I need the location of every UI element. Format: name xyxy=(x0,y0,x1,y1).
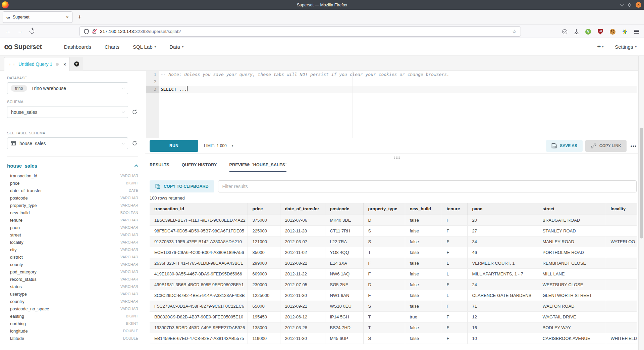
tab-query-history[interactable]: QUERY HISTORY xyxy=(182,163,217,172)
tab-close-icon[interactable]: × xyxy=(66,14,69,20)
column-header-locality[interactable]: locality xyxy=(606,203,637,215)
unsaved-dot-icon xyxy=(56,63,59,66)
superset-logo[interactable]: ∞ Superset xyxy=(4,40,42,53)
tab-preview-house-sales[interactable]: PREVIEW: `HOUSE_SALES` xyxy=(229,163,287,172)
bookmark-star-icon[interactable]: ☆ xyxy=(512,29,517,35)
table-cell: 499B1981-3B6B-4BCD-808F-9FED9802BFA1 xyxy=(150,279,248,290)
table-cell: 193907D3-5DBD-453D-A49E-9FEE27DAB926 xyxy=(150,322,248,333)
tab-results[interactable]: RESULTS xyxy=(150,163,169,172)
schema-column-row: statusVARCHAR xyxy=(7,283,138,290)
line-number: 2 xyxy=(146,78,159,86)
back-icon[interactable]: ← xyxy=(5,28,11,34)
schema-select[interactable]: house_sales xyxy=(7,106,128,118)
column-type: VARCHAR xyxy=(120,255,138,259)
window-maximize-icon[interactable] xyxy=(628,3,631,7)
copy-icon xyxy=(155,184,160,189)
url-text[interactable]: 217.160.120.143:32393/superset/sqllab/ xyxy=(100,29,181,34)
table-row: 1B5C39ED-BE7F-41EF-9E71-9C60EED74A223750… xyxy=(150,215,637,225)
new-tab-button[interactable]: + xyxy=(78,13,82,21)
collapse-chevron-icon[interactable] xyxy=(135,164,138,168)
new-item-button[interactable]: +▾ xyxy=(597,43,603,50)
column-type: BIGINT xyxy=(126,181,138,185)
extension-asterisk-icon[interactable] xyxy=(622,29,628,34)
limit-dropdown[interactable]: LIMIT: 1 000 ▾ xyxy=(204,143,233,148)
table-cell: 10 xyxy=(467,333,538,344)
page-scrollbar[interactable] xyxy=(638,56,644,350)
table-cell: BB8320C9-D82B-4B37-90E0-9FEE05095E10 xyxy=(150,311,248,322)
table-row: 419E1030-9A55-4467-8DA9-9FED95D659666090… xyxy=(150,268,637,279)
reload-icon[interactable] xyxy=(29,28,35,35)
database-select[interactable]: trino Trino warehouse xyxy=(7,82,128,94)
sql-editor[interactable]: 1 2 3 -- Note: Unless you save your quer… xyxy=(145,71,637,138)
table-cell: 230000 xyxy=(248,279,280,290)
column-header-date_of_transfer[interactable]: date_of_transfer xyxy=(280,203,325,215)
refresh-table-icon[interactable] xyxy=(132,140,138,146)
downloads-icon[interactable] xyxy=(574,29,579,34)
save-as-button[interactable]: SAVE AS xyxy=(546,140,582,152)
table-cell: NW1 6AN xyxy=(325,290,363,301)
drag-handle-icon[interactable]: ⋮⋮ xyxy=(8,62,16,67)
column-header-tenure[interactable]: tenure xyxy=(442,203,467,215)
query-tab-close-icon[interactable]: × xyxy=(63,62,66,67)
column-header-postcode[interactable]: postcode xyxy=(325,203,363,215)
divider xyxy=(7,125,138,125)
editor-code[interactable]: -- Note: Unless you save your query, the… xyxy=(159,71,637,138)
ublock-icon[interactable]: uO xyxy=(598,29,603,35)
settings-menu[interactable]: Settings▾ xyxy=(615,44,637,50)
query-tab-active[interactable]: ⋮⋮ Untitled Query 1 × xyxy=(4,57,70,71)
forward-icon[interactable]: → xyxy=(17,28,23,34)
tracking-shield-icon[interactable] xyxy=(84,29,89,34)
nav-item-sql-lab[interactable]: SQL Lab▾ xyxy=(133,44,156,50)
table-cell: F xyxy=(442,225,467,236)
url-bar[interactable]: 217.160.120.143:32393/superset/sqllab/ ☆ xyxy=(79,26,521,37)
copy-link-button[interactable]: COPY LINK xyxy=(585,140,627,152)
copy-to-clipboard-button[interactable]: COPY TO CLIPBOARD xyxy=(150,180,214,192)
menu-hamburger-icon[interactable] xyxy=(634,30,639,34)
column-header-paon[interactable]: paon xyxy=(467,203,538,215)
window-minimize-icon[interactable] xyxy=(620,2,624,6)
add-query-tab-button[interactable]: + xyxy=(70,57,83,71)
insecure-lock-icon[interactable] xyxy=(92,29,97,34)
more-options-icon[interactable]: ••• xyxy=(631,143,637,148)
column-type: VARCHAR xyxy=(120,285,138,289)
filter-results-input[interactable] xyxy=(218,180,637,192)
column-header-transaction_id[interactable]: transaction_id xyxy=(150,203,248,215)
column-header-price[interactable]: price xyxy=(248,203,280,215)
cookie-extension-icon[interactable] xyxy=(610,29,615,35)
nav-item-dashboards[interactable]: Dashboards xyxy=(64,44,91,50)
table-cell: F xyxy=(442,322,467,333)
column-header-new_build[interactable]: new_build xyxy=(405,203,442,215)
pocket-icon[interactable] xyxy=(562,29,567,34)
column-name: usertype xyxy=(10,292,27,297)
column-name: transaction_id xyxy=(10,173,37,178)
nav-item-data[interactable]: Data▾ xyxy=(169,44,183,50)
table-select[interactable]: house_sales xyxy=(7,137,128,149)
refresh-schema-icon[interactable] xyxy=(132,109,138,115)
table-cell: F xyxy=(363,290,405,301)
scrollbar-thumb[interactable] xyxy=(640,128,643,238)
table-cell: false xyxy=(405,279,442,290)
column-header-property_type[interactable]: property_type xyxy=(363,203,405,215)
browser-tab[interactable]: ∞ Superset × xyxy=(3,11,72,23)
column-type: VARCHAR xyxy=(120,174,138,178)
table-cell: 2012-06-12 xyxy=(280,311,325,322)
table-cell: SG5 2NF xyxy=(325,279,363,290)
run-button[interactable]: RUN xyxy=(150,140,198,152)
violentmonkey-icon[interactable]: V xyxy=(585,29,591,35)
table-cell: WALTON ROAD xyxy=(538,301,606,311)
table-cell: 2012-03-07 xyxy=(280,236,325,247)
sql-lab-main: 1 2 3 -- Note: Unless you save your quer… xyxy=(145,71,644,350)
table-cell: M45 6UP xyxy=(325,333,363,344)
table-cell: 121000 xyxy=(248,236,280,247)
window-close-icon[interactable]: × xyxy=(636,2,641,8)
schema-column-row: northingBIGINT xyxy=(7,320,138,327)
table-heading[interactable]: house_sales xyxy=(7,163,37,169)
schema-column-row: property_typeVARCHAR xyxy=(7,202,138,209)
query-tabbar: ⋮⋮ Untitled Query 1 × + xyxy=(0,56,644,71)
nav-item-charts[interactable]: Charts xyxy=(105,44,119,50)
chevron-down-icon xyxy=(122,110,125,113)
column-header-street[interactable]: street xyxy=(538,203,606,215)
table-cell: T xyxy=(363,247,405,258)
table-row: 98F5DC47-0D05-4D59-95B7-98CA6F1FDE052250… xyxy=(150,225,637,236)
table-cell: MK40 3DE xyxy=(325,215,363,225)
